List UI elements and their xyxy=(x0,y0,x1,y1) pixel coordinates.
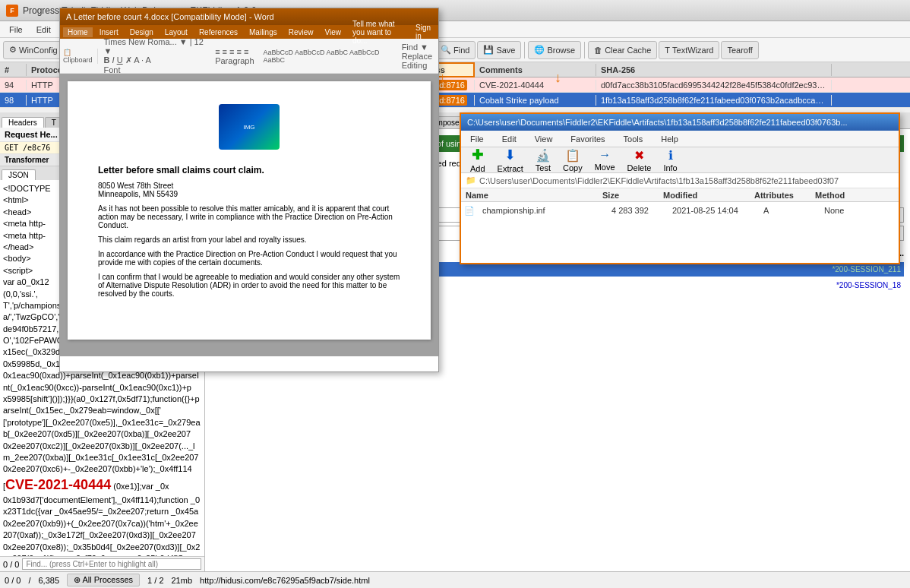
word-tab-layout[interactable]: Layout xyxy=(160,27,192,37)
file-attributes: A xyxy=(759,205,820,216)
status-sep: / xyxy=(28,576,30,585)
file-icon: 📄 xyxy=(464,206,475,216)
fm-delete-button[interactable]: ✖ Delete xyxy=(624,147,655,174)
clear-cache-button[interactable]: 🗑 Clear Cache xyxy=(588,41,657,59)
code-line: 0x1eac90(0xad))+parseInt(_0x1eac90(0xb1)… xyxy=(3,370,201,394)
save-button[interactable]: 💾 Save xyxy=(477,41,521,59)
word-tab-tell[interactable]: Tell me what you want to do... xyxy=(348,19,409,46)
test-icon: 🔬 xyxy=(536,148,551,163)
col-method: Method xyxy=(810,190,849,201)
delete-icon: ✖ xyxy=(634,148,644,163)
clear-cache-icon: 🗑 xyxy=(594,46,602,55)
word-editing: Find ▼ Replace Editing xyxy=(399,43,435,70)
text-wizard-button[interactable]: T TextWizard xyxy=(659,41,719,59)
word-tab-design[interactable]: Design xyxy=(125,27,158,37)
cell-sha: d0fd7acc38b3105facd6995344242f28e45f5384… xyxy=(596,80,832,90)
add-icon: ✚ xyxy=(472,147,483,163)
code-line-cve: 0x2ee207(0xc6)+-_0x2ee207(0xbb)+'le');_0… xyxy=(3,463,201,495)
status-position: 0 / 0 xyxy=(5,576,21,585)
word-document-window: A Letter before court 4.docx [Compatibil… xyxy=(59,8,439,372)
file-manager-path: 📁 C:\Users\user\Documents\Fiddler2\EKFid… xyxy=(461,173,899,188)
file-manager-toolbar: ✚ Add ⬇ Extract 🔬 Test 📋 Copy → Move ✖ D… xyxy=(461,147,899,173)
toolbar-sep-6 xyxy=(584,42,585,58)
status-bar: 0 / 0 / 6,385 ⊕ All Processes 1 / 2 21mb… xyxy=(0,571,910,588)
word-font: Times New Roma... ▼ | 12 ▼ B I U ✗ A · A… xyxy=(101,37,210,74)
word-tab-references[interactable]: References xyxy=(194,27,242,37)
menu-file[interactable]: File xyxy=(3,24,29,36)
file-method: None xyxy=(820,205,848,216)
cell-num: 98 xyxy=(0,95,27,106)
word-tab-view[interactable]: View xyxy=(321,27,346,37)
col-attributes: Attributes xyxy=(750,190,810,201)
tab-json[interactable]: JSON xyxy=(2,169,36,180)
word-header-img: IMG xyxy=(98,104,400,150)
folder-icon: 📁 xyxy=(466,175,476,185)
code-line: x59985[shift']()]);}}}(a0_0x127f,0x5df71… xyxy=(3,394,201,417)
col-header-sha: SHA-256 xyxy=(596,64,832,76)
word-paragraph: ≡ ≡ ≡ ≡ ≡ Paragraph xyxy=(212,47,257,65)
fm-test-button[interactable]: 🔬 Test xyxy=(532,147,554,174)
letter-body-2: This claim regards an artist from your l… xyxy=(98,236,400,244)
fm-add-button[interactable]: ✚ Add xyxy=(467,145,488,175)
word-tab-insert[interactable]: Insert xyxy=(95,27,123,37)
col-name: Name xyxy=(461,190,598,201)
fm-move-button[interactable]: → Move xyxy=(592,147,618,173)
cell-comments: CVE-2021-40444 xyxy=(475,80,596,90)
word-tab-review[interactable]: Review xyxy=(284,27,318,37)
word-page: IMG Letter before small claims court cla… xyxy=(68,81,431,340)
fm-menu-edit[interactable]: Edit xyxy=(496,133,523,145)
code-line: ['prototype'][_0x2ee207(0xe5)],_0x1ee31c… xyxy=(3,417,201,441)
word-content-area: IMG Letter before small claims court cla… xyxy=(60,74,438,356)
fm-menu-favorites[interactable]: Favorites xyxy=(564,133,611,145)
code-line: 0x2ee207(0xb9))+(_0x2ee207(0x7ca))('htm'… xyxy=(3,518,201,542)
file-manager-menu: File Edit View Favorites Tools Help xyxy=(461,131,899,147)
tab-headers[interactable]: Headers xyxy=(2,117,44,128)
word-signin[interactable]: Sign in xyxy=(411,23,435,41)
code-line: 0x2ee207(0xc2)][_0x2ee207(0x3b)][_0x2ee2… xyxy=(3,441,201,464)
status-total: 6,385 xyxy=(38,576,59,585)
cell-sha: 1fb13a158aff3d258b8f62fe211fabeed03f0763… xyxy=(596,95,832,106)
col-modified: Modified xyxy=(659,190,750,201)
all-processes-button[interactable]: ⊕ All Processes xyxy=(67,574,140,586)
word-tab-home[interactable]: Home xyxy=(63,27,93,37)
file-manager-title-text: C:\Users\user\Documents\Fiddler2\EKFiddl… xyxy=(467,118,848,127)
file-modified: 2021-08-25 14:04 xyxy=(668,205,759,216)
text-wizard-icon: T xyxy=(665,46,670,55)
find-button[interactable]: 🔍 Find xyxy=(434,41,476,59)
code-line: 0x2ee207(0xe8));_0x35b0d4[_0x2ee207(0xd3… xyxy=(3,542,201,556)
status-memory: 21mb xyxy=(172,576,193,585)
fm-info-button[interactable]: ℹ Info xyxy=(660,147,680,174)
tearoff-button[interactable]: Tearoff xyxy=(721,41,758,59)
cell-comments: Cobalt Strike payload xyxy=(475,95,596,106)
word-clipboard: 📋 Clipboard xyxy=(63,49,98,64)
status-url: http://hidusi.com/e8c76295a5f9acb7/side.… xyxy=(200,576,370,585)
find-input[interactable] xyxy=(22,558,201,570)
letter-body-4: I can confirm that I would be agreeable … xyxy=(98,273,400,298)
file-row[interactable]: 📄 championship.inf 4 283 392 2021-08-25 … xyxy=(461,202,899,219)
move-icon: → xyxy=(599,148,611,162)
fm-menu-tools[interactable]: Tools xyxy=(618,133,649,145)
find-icon: 🔍 xyxy=(441,45,451,55)
find-position: 0 / 0 xyxy=(3,560,19,569)
code-line: 0x1b93d7['documentElement'],_0x4ff114);f… xyxy=(3,495,201,518)
winconfig-button[interactable]: ⚙ WinConfig xyxy=(3,41,64,59)
fm-menu-view[interactable]: View xyxy=(529,133,559,145)
fm-menu-help[interactable]: Help xyxy=(655,133,684,145)
toolbar-sep-5 xyxy=(524,42,525,58)
fm-copy-button[interactable]: 📋 Copy xyxy=(560,147,586,174)
col-header-num: # xyxy=(0,64,27,76)
letter-address: 8050 West 78th StreetMinneapolis, MN 554… xyxy=(98,182,400,198)
file-manager-cols: Name Size Modified Attributes Method xyxy=(461,188,899,202)
browse-button[interactable]: 🌐 Browse xyxy=(528,41,581,59)
word-tab-mailings[interactable]: Mailings xyxy=(245,27,282,37)
col-header-comments: Comments xyxy=(475,64,596,76)
fm-extract-button[interactable]: ⬇ Extract xyxy=(494,145,526,175)
path-text: C:\Users\user\Documents\Fiddler2\EKFiddl… xyxy=(479,176,839,185)
find-bar: 0 / 0 xyxy=(0,556,204,571)
letter-body-3: In accordance with the Practice Directio… xyxy=(98,250,400,267)
all-processes-text: All Processes xyxy=(82,575,133,584)
menu-edit[interactable]: Edit xyxy=(30,24,57,36)
extract-icon: ⬇ xyxy=(504,147,516,163)
cell-num: 94 xyxy=(0,80,27,90)
fm-menu-file[interactable]: File xyxy=(464,133,490,145)
